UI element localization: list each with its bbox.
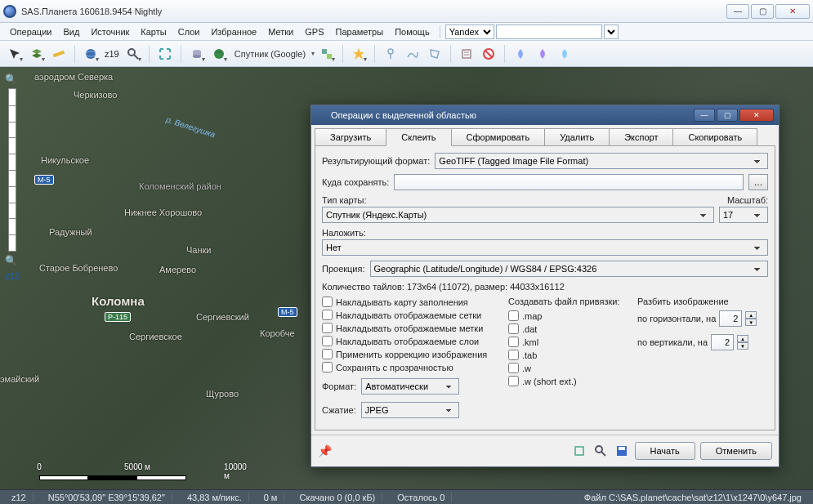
maximize-button[interactable]: ▢ bbox=[751, 4, 774, 19]
svg-point-19 bbox=[596, 446, 602, 453]
start-button[interactable]: Начать bbox=[635, 442, 695, 460]
marks-list-button[interactable] bbox=[457, 44, 476, 64]
split-v-down[interactable]: ▼ bbox=[737, 342, 748, 350]
georef-map-label: .map bbox=[522, 311, 542, 321]
menu-marks[interactable]: Метки bbox=[263, 25, 298, 38]
map-label: Никульское bbox=[41, 155, 89, 165]
menu-layers[interactable]: Слои bbox=[173, 25, 205, 38]
zoom-selection-icon[interactable] bbox=[592, 443, 609, 459]
compression-select[interactable]: JPEG bbox=[361, 402, 459, 418]
pin-icon[interactable]: 📌 bbox=[318, 444, 332, 457]
browse-button[interactable]: … bbox=[748, 174, 768, 190]
menu-help[interactable]: Помощь bbox=[390, 25, 435, 38]
globe-internet-button[interactable] bbox=[81, 44, 101, 64]
split-h-input[interactable] bbox=[719, 310, 742, 327]
dialog-minimize-button[interactable]: — bbox=[694, 109, 715, 122]
zoom-slider[interactable] bbox=[8, 88, 16, 252]
ruler-tool-button[interactable] bbox=[49, 44, 69, 64]
georef-tab-checkbox[interactable] bbox=[508, 350, 519, 360]
result-format-select[interactable]: GeoTIFF (Tagged Image File Format) bbox=[435, 153, 768, 169]
save-alpha-checkbox[interactable] bbox=[322, 362, 333, 372]
georef-wshort-checkbox[interactable] bbox=[508, 376, 519, 386]
dialog-titlebar[interactable]: Операции с выделенной областью — ▢ ✕ bbox=[311, 105, 779, 125]
dialog-maximize-button[interactable]: ▢ bbox=[717, 109, 738, 122]
menu-view[interactable]: Вид bbox=[58, 25, 84, 38]
search-input[interactable] bbox=[496, 25, 602, 39]
tiles-info-label: Количество тайлов: 173x64 (11072), разме… bbox=[322, 282, 565, 292]
layers-tool-button[interactable] bbox=[27, 44, 47, 64]
overlay-select[interactable]: Нет bbox=[322, 239, 768, 256]
map-label: Амерево bbox=[159, 265, 196, 274]
menu-gps[interactable]: GPS bbox=[300, 25, 328, 38]
menu-params[interactable]: Параметры bbox=[330, 25, 388, 38]
scale-select[interactable]: 17 bbox=[719, 207, 768, 223]
tab-delete[interactable]: Удалить bbox=[544, 128, 610, 146]
split-v-input[interactable] bbox=[711, 334, 734, 350]
tab-copy[interactable]: Скопировать bbox=[672, 128, 757, 146]
menu-source[interactable]: Источник bbox=[86, 25, 134, 38]
overlay-marks-checkbox[interactable] bbox=[322, 323, 333, 333]
image-correction-checkbox[interactable] bbox=[322, 349, 333, 359]
dialog-footer: 📌 Начать Отменить bbox=[311, 435, 779, 466]
svg-line-20 bbox=[601, 452, 605, 456]
selection-operations-dialog: Операции с выделенной областью — ▢ ✕ Заг… bbox=[310, 105, 779, 467]
fullscreen-button[interactable] bbox=[155, 44, 175, 64]
zoom-tool-button[interactable] bbox=[123, 44, 143, 64]
cache-source-button[interactable] bbox=[187, 44, 207, 64]
minimize-button[interactable]: — bbox=[726, 4, 749, 19]
svg-line-4 bbox=[134, 55, 138, 59]
map-type-select[interactable]: Спутник (Яндекс.Карты) bbox=[322, 207, 714, 223]
close-button[interactable]: ✕ bbox=[775, 4, 810, 19]
georef-dat-checkbox[interactable] bbox=[508, 323, 519, 334]
marker-pin-button[interactable] bbox=[381, 44, 400, 64]
hide-marks-button[interactable] bbox=[479, 44, 498, 64]
map-source-label[interactable]: Спутник (Google) bbox=[231, 49, 309, 59]
favorite-star-button[interactable] bbox=[349, 44, 369, 64]
tab-stitch[interactable]: Склеить bbox=[386, 128, 451, 146]
dialog-close-button[interactable]: ✕ bbox=[739, 109, 774, 122]
map-globe-button[interactable] bbox=[209, 44, 229, 64]
menu-bar: Операции Вид Источник Карты Слои Избранн… bbox=[0, 23, 813, 41]
overlay-marks-label: Накладывать отображаемые метки bbox=[336, 323, 483, 333]
overlay-fill-checkbox[interactable] bbox=[322, 297, 333, 307]
tab-export[interactable]: Экспорт bbox=[609, 128, 673, 146]
image-correction-label: Применить коррекцию изображения bbox=[336, 350, 487, 359]
georef-map-checkbox[interactable] bbox=[508, 310, 519, 321]
georef-w-checkbox[interactable] bbox=[508, 363, 519, 373]
gps-track-button[interactable] bbox=[533, 44, 552, 64]
save-path-label: Куда сохранять: bbox=[322, 177, 389, 187]
split-v-up[interactable]: ▲ bbox=[737, 335, 748, 342]
save-selection-icon[interactable] bbox=[614, 443, 630, 459]
search-history-dropdown[interactable] bbox=[604, 25, 619, 39]
save-path-input[interactable] bbox=[394, 174, 744, 190]
path-tool-button[interactable] bbox=[403, 44, 422, 64]
split-h-up[interactable]: ▲ bbox=[745, 311, 757, 319]
img-format-select[interactable]: Автоматически bbox=[361, 378, 459, 395]
search-engine-select[interactable]: Yandex bbox=[445, 25, 494, 39]
georef-kml-checkbox[interactable] bbox=[508, 337, 519, 347]
map-label: Чанки bbox=[186, 245, 211, 255]
map-layers-button[interactable] bbox=[317, 44, 337, 64]
status-downloaded: Скачано 0 (0,0 кБ) bbox=[293, 493, 382, 502]
polygon-tool-button[interactable] bbox=[425, 44, 444, 64]
fit-selection-icon[interactable] bbox=[571, 443, 587, 459]
split-h-down[interactable]: ▼ bbox=[745, 319, 757, 326]
cancel-button[interactable]: Отменить bbox=[700, 442, 772, 460]
tab-download[interactable]: Загрузить bbox=[315, 128, 386, 146]
zoom-out-button[interactable]: 🔍 bbox=[3, 253, 18, 268]
menu-operations[interactable]: Операции bbox=[5, 25, 56, 38]
menu-favorites[interactable]: Избранное bbox=[206, 25, 261, 38]
overlay-grids-checkbox[interactable] bbox=[322, 310, 333, 320]
select-tool-button[interactable] bbox=[5, 44, 25, 64]
img-format-label: Формат: bbox=[322, 381, 356, 391]
overlay-layers-checkbox[interactable] bbox=[322, 336, 333, 346]
georef-w-label: .w bbox=[522, 364, 531, 373]
gps-center-button[interactable] bbox=[555, 44, 574, 64]
svg-point-8 bbox=[214, 49, 224, 59]
dialog-icon bbox=[316, 109, 328, 121]
tab-generate[interactable]: Сформировать bbox=[451, 128, 546, 146]
projection-select[interactable]: Geographic (Latitude/Longitude) / WGS84 … bbox=[370, 261, 768, 277]
menu-maps[interactable]: Карты bbox=[136, 25, 171, 38]
zoom-in-button[interactable]: 🔍 bbox=[3, 72, 18, 87]
gps-connect-button[interactable] bbox=[511, 44, 530, 64]
